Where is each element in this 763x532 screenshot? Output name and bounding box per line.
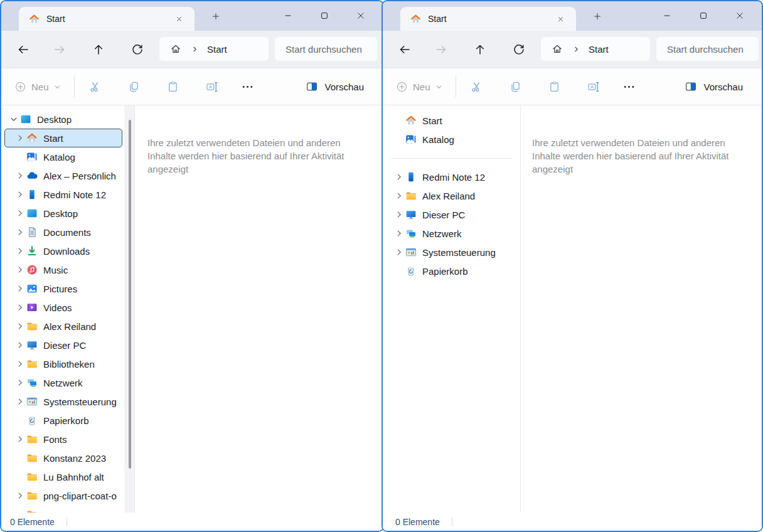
see-more-button[interactable] xyxy=(240,79,255,94)
new-tab-button[interactable] xyxy=(207,9,225,24)
tree-item-desktop[interactable]: Desktop xyxy=(4,204,122,223)
breadcrumb[interactable]: Start xyxy=(541,37,650,61)
preview-button[interactable]: Vorschau xyxy=(306,77,364,97)
tree-item-dieser-pc[interactable]: Dieser PC xyxy=(4,336,122,354)
chevron-right-icon[interactable] xyxy=(16,171,24,180)
chevron-right-icon[interactable] xyxy=(395,191,403,200)
chevron-right-icon[interactable] xyxy=(16,397,24,406)
chevron-right-icon[interactable] xyxy=(16,228,24,237)
forward-button[interactable] xyxy=(433,41,449,58)
tree-item-alex-reiland[interactable]: Alex Reiland xyxy=(386,186,518,205)
tree-item-bibliotheken[interactable]: Bibliotheken xyxy=(4,354,122,373)
chevron-right-icon[interactable] xyxy=(16,190,24,199)
tab-start[interactable]: Start xyxy=(400,7,576,31)
tree-item-pictures[interactable]: Pictures xyxy=(4,279,122,298)
folder-icon xyxy=(26,490,38,501)
chevron-right-icon[interactable] xyxy=(16,491,24,500)
copy-button[interactable] xyxy=(508,79,523,94)
tree-item-papierkorb[interactable]: Papierkorb xyxy=(4,411,122,430)
tree-item-netzwerk[interactable]: Netzwerk xyxy=(4,373,122,392)
chevron-right-icon[interactable] xyxy=(16,284,24,293)
up-button[interactable] xyxy=(90,41,107,58)
tab-close-button[interactable] xyxy=(171,12,187,26)
chevron-right-icon[interactable] xyxy=(16,378,24,387)
chevron-right-icon[interactable] xyxy=(16,134,24,142)
tree-item-papierkorb[interactable]: Papierkorb xyxy=(386,262,518,280)
chevron-right-icon[interactable] xyxy=(395,173,403,181)
search-input[interactable] xyxy=(284,43,377,55)
back-button[interactable] xyxy=(397,41,413,58)
forward-button[interactable] xyxy=(51,41,68,58)
maximize-icon xyxy=(319,11,329,21)
chevron-right-icon[interactable] xyxy=(16,209,24,218)
copy-button[interactable] xyxy=(126,79,141,94)
status-divider xyxy=(452,517,452,526)
minimize-button[interactable] xyxy=(270,1,306,30)
chevron-right-icon[interactable] xyxy=(16,341,24,349)
chevron-down-icon[interactable] xyxy=(9,115,18,124)
tree-item-alex-pers-nlich[interactable]: Alex – Persönlich xyxy=(4,166,122,185)
network-icon xyxy=(26,377,38,388)
cut-button[interactable] xyxy=(469,79,484,94)
tree-item-videos[interactable]: Videos xyxy=(4,298,122,317)
chevron-right-icon[interactable] xyxy=(16,322,24,331)
search-input[interactable] xyxy=(666,43,759,55)
tree-item-systemsteuerung[interactable]: Systemsteuerung xyxy=(386,243,518,262)
chevron-right-icon[interactable] xyxy=(16,435,24,444)
tree-item-start[interactable]: Start xyxy=(4,129,122,147)
tree-item-start[interactable]: Start xyxy=(386,111,518,130)
tab-close-button[interactable] xyxy=(552,12,568,26)
tree-item-lu-bahnhof-alt[interactable]: Lu Bahnhof alt xyxy=(4,467,122,486)
maximize-button[interactable] xyxy=(685,1,722,30)
back-button[interactable] xyxy=(15,41,31,58)
refresh-button[interactable] xyxy=(511,41,527,58)
minimize-button[interactable] xyxy=(649,1,685,30)
tree-item-documents[interactable]: Documents xyxy=(4,223,122,242)
tree-item-desktop[interactable]: Desktop xyxy=(4,110,122,129)
chevron-right-icon[interactable] xyxy=(16,359,24,368)
paste-button[interactable] xyxy=(547,79,562,94)
home-icon xyxy=(405,115,417,126)
tree-item-music[interactable]: Music xyxy=(4,260,122,279)
close-button[interactable] xyxy=(343,1,379,30)
tree-item-katalog[interactable]: Katalog xyxy=(4,147,122,166)
new-tab-button[interactable] xyxy=(589,9,606,24)
content-area: StartKatalogRedmi Note 12Alex ReilandDie… xyxy=(383,105,762,513)
rename-button[interactable]: A xyxy=(585,79,600,94)
chevron-placeholder xyxy=(395,267,403,275)
paste-button[interactable] xyxy=(165,79,180,94)
folder-icon xyxy=(26,358,38,370)
new-button[interactable]: Neu xyxy=(15,77,61,97)
maximize-button[interactable] xyxy=(306,1,343,30)
chevron-right-icon[interactable] xyxy=(395,229,403,238)
chevron-right-icon[interactable] xyxy=(16,303,24,312)
chevron-right-icon[interactable] xyxy=(16,265,24,274)
tree-item-katalog[interactable]: Katalog xyxy=(386,130,518,149)
tree-item-redmi-note-12[interactable]: Redmi Note 12 xyxy=(386,168,518,186)
scrollbar-thumb[interactable] xyxy=(129,120,131,469)
close-button[interactable] xyxy=(722,1,758,30)
cut-button[interactable] xyxy=(87,79,102,94)
chevron-right-icon[interactable] xyxy=(395,210,403,219)
sidebar-scrollbar[interactable] xyxy=(124,105,135,513)
tree-item-downloads[interactable]: Downloads xyxy=(4,242,122,260)
tab-start[interactable]: Start xyxy=(19,7,195,31)
tree-item-alex-reiland[interactable]: Alex Reiland xyxy=(4,317,122,336)
new-button[interactable]: Neu xyxy=(397,77,442,97)
up-button[interactable] xyxy=(472,41,488,58)
chevron-right-icon[interactable] xyxy=(16,247,24,255)
tree-item-redmi-note-12[interactable]: Redmi Note 12 xyxy=(4,185,122,204)
tree-item-systemsteuerung[interactable]: Systemsteuerung xyxy=(4,392,122,411)
refresh-button[interactable] xyxy=(129,41,146,58)
tree-item-dieser-pc[interactable]: Dieser PC xyxy=(386,205,518,224)
breadcrumb[interactable]: Start xyxy=(159,37,269,61)
chevron-right-icon[interactable] xyxy=(395,248,403,257)
tree-item-konstanz-2023[interactable]: Konstanz 2023 xyxy=(4,449,122,467)
tree-item-png-clipart-coat-o[interactable]: png-clipart-coat-o xyxy=(4,486,122,505)
tree-item-fonts[interactable]: Fonts xyxy=(4,430,122,449)
tree-item-netzwerk[interactable]: Netzwerk xyxy=(386,224,518,243)
tree-item-partial[interactable] xyxy=(4,505,122,513)
rename-button[interactable]: A xyxy=(204,79,219,94)
preview-button[interactable]: Vorschau xyxy=(685,77,743,97)
see-more-button[interactable] xyxy=(621,79,636,94)
